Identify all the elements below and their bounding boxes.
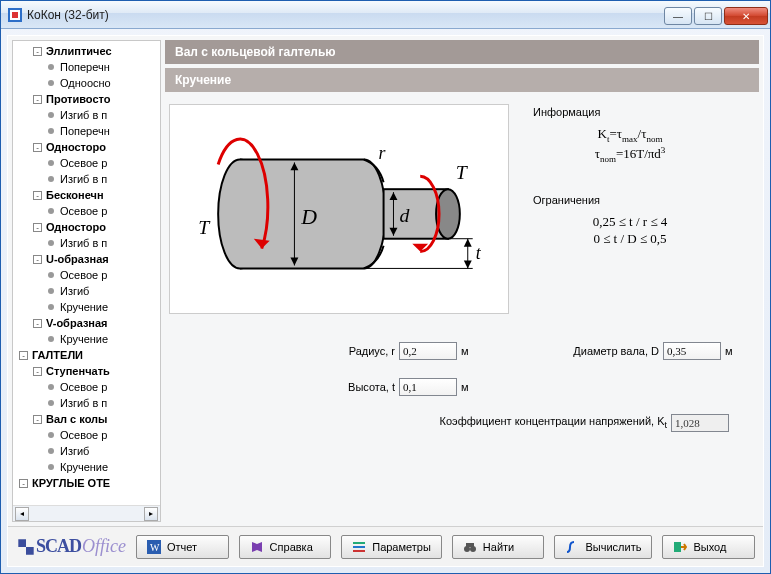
tree-toggle-icon[interactable]: - [33,415,42,424]
tree-item[interactable]: Изгиб в п [13,171,160,187]
tree-item[interactable]: Изгиб в п [13,395,160,411]
tree-item[interactable]: -Противосто [13,91,160,107]
tree-item[interactable]: -V-образная [13,315,160,331]
tree-leaf-icon [48,64,54,70]
tree-item-label: Кручение [60,331,108,347]
tree-item[interactable]: -КРУГЛЫЕ ОТЕ [13,475,160,491]
titlebar[interactable]: КоКон (32-бит) — ☐ ✕ [1,1,770,29]
find-button[interactable]: Найти [452,535,545,559]
maximize-button[interactable]: ☐ [694,7,722,25]
tree-item[interactable]: -Ступенчать [13,363,160,379]
tree-item[interactable]: -Односторо [13,219,160,235]
tree-item-label: Осевое р [60,155,107,171]
tree-item[interactable]: Кручение [13,459,160,475]
diameter-input[interactable] [663,342,721,360]
tree-scrollbar-h[interactable]: ◂ ▸ [13,505,160,521]
calculate-button[interactable]: Вычислить [554,535,652,559]
report-button[interactable]: W Отчет [136,535,229,559]
tree-toggle-icon[interactable]: - [33,255,42,264]
scroll-left-button[interactable]: ◂ [15,507,29,521]
tree-item[interactable]: Кручение [13,331,160,347]
svg-rect-27 [674,542,681,552]
tree-item[interactable]: -Вал с колы [13,411,160,427]
tree-item[interactable]: Изгиб в п [13,107,160,123]
tree-item[interactable]: -Эллиптичес [13,43,160,59]
tree-leaf-icon [48,464,54,470]
tree-toggle-icon[interactable]: - [33,143,42,152]
tree-item[interactable]: Одноосно [13,75,160,91]
height-label: Высота, t [295,381,395,393]
tree-item-label: Эллиптичес [46,43,112,59]
tree-item[interactable]: Осевое р [13,155,160,171]
diameter-label: Диаметр вала, D [559,345,659,357]
tree-toggle-icon[interactable]: - [33,95,42,104]
upper-row: T T D d r t Информация Kt=τmax/τn [165,100,759,314]
scroll-right-button[interactable]: ▸ [144,507,158,521]
tree-item[interactable]: Осевое р [13,379,160,395]
tree-toggle-icon[interactable]: - [33,191,42,200]
formula-1: Kt=τmax/τnom [521,126,739,144]
book-icon [250,540,264,554]
tree-item-label: Изгиб в п [60,171,107,187]
tree-item-label: Изгиб в п [60,107,107,123]
tree-item[interactable]: Изгиб в п [13,235,160,251]
tree-item-label: Изгиб в п [60,395,107,411]
tree-item[interactable]: Изгиб [13,443,160,459]
tree-item-label: Осевое р [60,379,107,395]
tree-leaf-icon [48,208,54,214]
help-button[interactable]: Справка [239,535,332,559]
tree-leaf-icon [48,80,54,86]
tree-item-label: Осевое р [60,267,107,283]
tree-item[interactable]: Поперечн [13,123,160,139]
tree-leaf-icon [48,160,54,166]
inputs-area: Радиус, r м Диаметр вала, D м [165,342,759,450]
tree-leaf-icon [48,240,54,246]
tree-item[interactable]: -Бесконечн [13,187,160,203]
exit-button[interactable]: Выход [662,535,755,559]
tree-item-label: Ступенчать [46,363,110,379]
tree-item-label: V-образная [46,315,108,331]
constraints-title: Ограничения [533,194,739,206]
content-header-1: Вал с кольцевой галтелью [165,40,759,64]
tree-leaf-icon [48,112,54,118]
tree-toggle-icon[interactable]: - [33,319,42,328]
height-input[interactable] [399,378,457,396]
tree-toggle-icon[interactable]: - [19,351,28,360]
tree-item[interactable]: Осевое р [13,203,160,219]
content-panel: Вал с кольцевой галтелью Кручение [165,40,759,522]
tree-leaf-icon [48,448,54,454]
tree-item-label: Вал с колы [46,411,107,427]
tree-body[interactable]: -ЭллиптичесПоперечнОдноосно-ПротивостоИз… [13,41,160,505]
scad-logo: SCAD Office [16,534,126,560]
tree-item-label: ГАЛТЕЛИ [32,347,83,363]
minimize-button[interactable]: — [664,7,692,25]
tree-item[interactable]: Кручение [13,299,160,315]
tree-toggle-icon[interactable]: - [33,367,42,376]
tree-item-label: Бесконечн [46,187,104,203]
tree-item-label: Изгиб [60,443,89,459]
tree-toggle-icon[interactable]: - [33,223,42,232]
diagram-label-T1: T [198,216,211,238]
tree-item[interactable]: Осевое р [13,427,160,443]
close-button[interactable]: ✕ [724,7,768,25]
svg-text:W: W [150,542,160,553]
tree-toggle-icon[interactable]: - [19,479,28,488]
sliders-icon [352,540,366,554]
tree-leaf-icon [48,272,54,278]
tree-item[interactable]: -ГАЛТЕЛИ [13,347,160,363]
tree-item[interactable]: Изгиб [13,283,160,299]
radius-input[interactable] [399,342,457,360]
svg-rect-22 [353,546,365,548]
tree-item[interactable]: Осевое р [13,267,160,283]
window-title: КоКон (32-бит) [27,8,664,22]
tree-item[interactable]: -U-образная [13,251,160,267]
tree-leaf-icon [48,400,54,406]
tree-item[interactable]: Поперечн [13,59,160,75]
tree-item-label: Одноосно [60,75,111,91]
diagram: T T D d r t [169,104,509,314]
parameters-button[interactable]: Параметры [341,535,442,559]
tree-item[interactable]: -Односторо [13,139,160,155]
coef-output [671,414,729,432]
tree-item-label: Изгиб [60,283,89,299]
tree-toggle-icon[interactable]: - [33,47,42,56]
